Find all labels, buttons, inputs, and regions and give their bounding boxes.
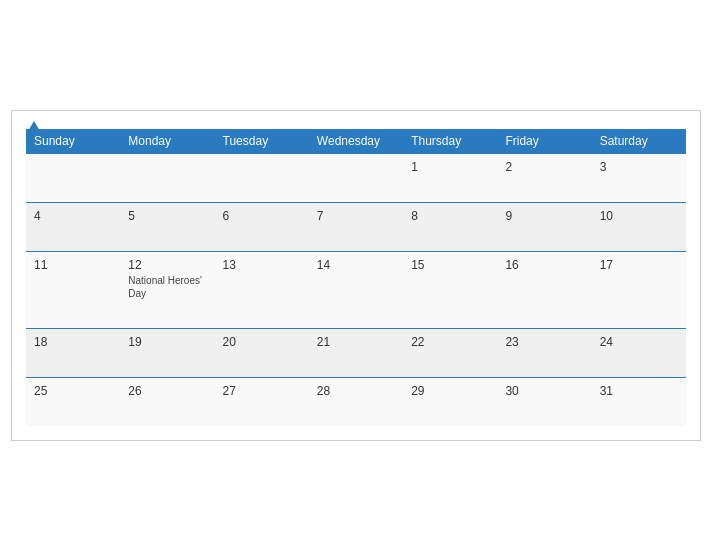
calendar-cell: 1: [403, 153, 497, 202]
day-number: 14: [317, 258, 395, 272]
day-number: 20: [223, 335, 301, 349]
day-number: 15: [411, 258, 489, 272]
day-number: 13: [223, 258, 301, 272]
day-number: 12: [128, 258, 206, 272]
day-number: 26: [128, 384, 206, 398]
calendar-cell: 24: [592, 328, 686, 377]
day-number: 9: [505, 209, 583, 223]
calendar-week-row: 25262728293031: [26, 377, 686, 426]
weekday-header-friday: Friday: [497, 129, 591, 154]
calendar-cell: 20: [215, 328, 309, 377]
day-number: 8: [411, 209, 489, 223]
calendar-cell: 14: [309, 251, 403, 328]
calendar-table: SundayMondayTuesdayWednesdayThursdayFrid…: [26, 129, 686, 426]
weekday-header-tuesday: Tuesday: [215, 129, 309, 154]
calendar-cell: [215, 153, 309, 202]
day-number: 1: [411, 160, 489, 174]
calendar-week-row: 123: [26, 153, 686, 202]
calendar-cell: 7: [309, 202, 403, 251]
calendar-cell: 16: [497, 251, 591, 328]
day-number: 6: [223, 209, 301, 223]
day-number: 30: [505, 384, 583, 398]
calendar-cell: 29: [403, 377, 497, 426]
calendar-cell: 15: [403, 251, 497, 328]
weekday-header-sunday: Sunday: [26, 129, 120, 154]
day-number: 7: [317, 209, 395, 223]
weekday-header-thursday: Thursday: [403, 129, 497, 154]
calendar-cell: 19: [120, 328, 214, 377]
day-number: 25: [34, 384, 112, 398]
calendar-cell: 27: [215, 377, 309, 426]
day-number: 27: [223, 384, 301, 398]
event-label: National Heroes' Day: [128, 274, 206, 300]
calendar-cell: 3: [592, 153, 686, 202]
calendar-cell: 25: [26, 377, 120, 426]
calendar-cell: 5: [120, 202, 214, 251]
calendar-cell: 22: [403, 328, 497, 377]
weekday-header-row: SundayMondayTuesdayWednesdayThursdayFrid…: [26, 129, 686, 154]
calendar-cell: [26, 153, 120, 202]
weekday-header-saturday: Saturday: [592, 129, 686, 154]
calendar-cell: 31: [592, 377, 686, 426]
calendar-cell: 11: [26, 251, 120, 328]
logo-triangle-icon: [28, 121, 40, 131]
day-number: 11: [34, 258, 112, 272]
calendar-cell: 12National Heroes' Day: [120, 251, 214, 328]
day-number: 10: [600, 209, 678, 223]
calendar-week-row: 18192021222324: [26, 328, 686, 377]
calendar-container: SundayMondayTuesdayWednesdayThursdayFrid…: [11, 110, 701, 441]
calendar-cell: 6: [215, 202, 309, 251]
calendar-cell: 4: [26, 202, 120, 251]
day-number: 31: [600, 384, 678, 398]
day-number: 24: [600, 335, 678, 349]
calendar-cell: 17: [592, 251, 686, 328]
day-number: 19: [128, 335, 206, 349]
day-number: 17: [600, 258, 678, 272]
day-number: 4: [34, 209, 112, 223]
calendar-cell: 28: [309, 377, 403, 426]
calendar-cell: [120, 153, 214, 202]
calendar-cell: 21: [309, 328, 403, 377]
day-number: 2: [505, 160, 583, 174]
weekday-header-monday: Monday: [120, 129, 214, 154]
day-number: 22: [411, 335, 489, 349]
weekday-header-wednesday: Wednesday: [309, 129, 403, 154]
calendar-cell: 13: [215, 251, 309, 328]
calendar-cell: 8: [403, 202, 497, 251]
day-number: 3: [600, 160, 678, 174]
day-number: 18: [34, 335, 112, 349]
day-number: 5: [128, 209, 206, 223]
calendar-week-row: 45678910: [26, 202, 686, 251]
calendar-cell: 23: [497, 328, 591, 377]
day-number: 23: [505, 335, 583, 349]
calendar-week-row: 1112National Heroes' Day1314151617: [26, 251, 686, 328]
calendar-cell: 26: [120, 377, 214, 426]
calendar-cell: [309, 153, 403, 202]
day-number: 16: [505, 258, 583, 272]
calendar-cell: 30: [497, 377, 591, 426]
day-number: 28: [317, 384, 395, 398]
calendar-cell: 18: [26, 328, 120, 377]
day-number: 21: [317, 335, 395, 349]
calendar-cell: 9: [497, 202, 591, 251]
calendar-cell: 2: [497, 153, 591, 202]
calendar-cell: 10: [592, 202, 686, 251]
logo: [26, 121, 40, 131]
day-number: 29: [411, 384, 489, 398]
